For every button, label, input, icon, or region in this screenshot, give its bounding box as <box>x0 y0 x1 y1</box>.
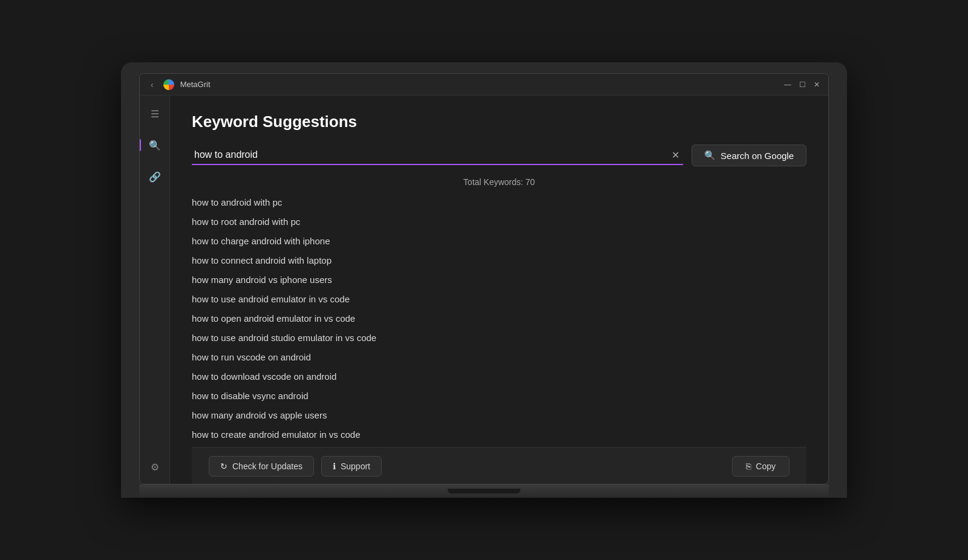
list-item: how to charge android with iphone <box>192 232 806 251</box>
sidebar-item-search[interactable]: 🔍 <box>144 134 166 156</box>
search-input-wrapper: ✕ <box>192 146 683 165</box>
laptop-notch <box>448 489 520 493</box>
sidebar: ☰ 🔍 🔗 ⚙ <box>140 96 170 484</box>
list-item: how to disable vsync android <box>192 386 806 406</box>
total-keywords: Total Keywords: 70 <box>192 177 806 187</box>
link-icon: 🔗 <box>149 171 161 183</box>
search-google-button[interactable]: 🔍 Search on Google <box>692 145 806 166</box>
search-icon: 🔍 <box>149 140 161 151</box>
list-item: how to use android studio emulator in vs… <box>192 328 806 348</box>
search-google-icon: 🔍 <box>704 150 716 161</box>
copy-icon: ⎘ <box>746 461 751 471</box>
list-item: how to root android with pc <box>192 212 806 232</box>
app-title: MetaGrit <box>180 80 211 89</box>
support-label: Support <box>341 461 370 471</box>
list-item: how to open android emulator in vs code <box>192 309 806 328</box>
list-item: how many android vs iphone users <box>192 270 806 290</box>
title-bar: ‹ MetaGrit — ☐ ✕ <box>140 74 828 96</box>
sidebar-item-menu[interactable]: ☰ <box>144 103 166 125</box>
check-updates-label: Check for Updates <box>232 461 302 471</box>
back-button[interactable]: ‹ <box>147 79 157 91</box>
close-button[interactable]: ✕ <box>813 80 821 89</box>
main-content: Keyword Suggestions ✕ 🔍 Search on Google <box>170 96 828 484</box>
search-input[interactable] <box>192 146 683 165</box>
support-button[interactable]: ℹ Support <box>321 456 382 477</box>
search-row: ✕ 🔍 Search on Google <box>192 145 806 166</box>
footer-bar: ↻ Check for Updates ℹ Support ⎘ Copy <box>192 447 806 484</box>
list-item: how to connect android with laptop <box>192 251 806 270</box>
search-clear-button[interactable]: ✕ <box>672 151 679 160</box>
page-title: Keyword Suggestions <box>192 112 806 131</box>
list-item: how to android with pc <box>192 193 806 212</box>
menu-icon: ☰ <box>151 108 159 120</box>
list-item: how many android vs apple users <box>192 406 806 425</box>
support-icon: ℹ <box>333 461 336 471</box>
app-icon <box>163 79 174 90</box>
minimize-button[interactable]: — <box>783 80 792 89</box>
copy-label: Copy <box>756 461 776 471</box>
check-updates-icon: ↻ <box>220 461 227 471</box>
maximize-button[interactable]: ☐ <box>798 80 806 89</box>
settings-icon: ⚙ <box>151 461 159 473</box>
search-google-label: Search on Google <box>721 151 794 161</box>
list-item: how to create android emulator in vs cod… <box>192 425 806 444</box>
laptop-base <box>139 484 829 498</box>
check-updates-button[interactable]: ↻ Check for Updates <box>209 456 314 477</box>
keywords-list: how to android with pchow to root androi… <box>192 193 806 447</box>
list-item: how to run vscode on android <box>192 348 806 367</box>
sidebar-item-settings[interactable]: ⚙ <box>144 456 166 478</box>
list-item: how to download vscode on android <box>192 367 806 386</box>
sidebar-item-links[interactable]: 🔗 <box>144 166 166 187</box>
copy-button[interactable]: ⎘ Copy <box>732 456 790 477</box>
list-item: how to use android emulator in vs code <box>192 290 806 309</box>
